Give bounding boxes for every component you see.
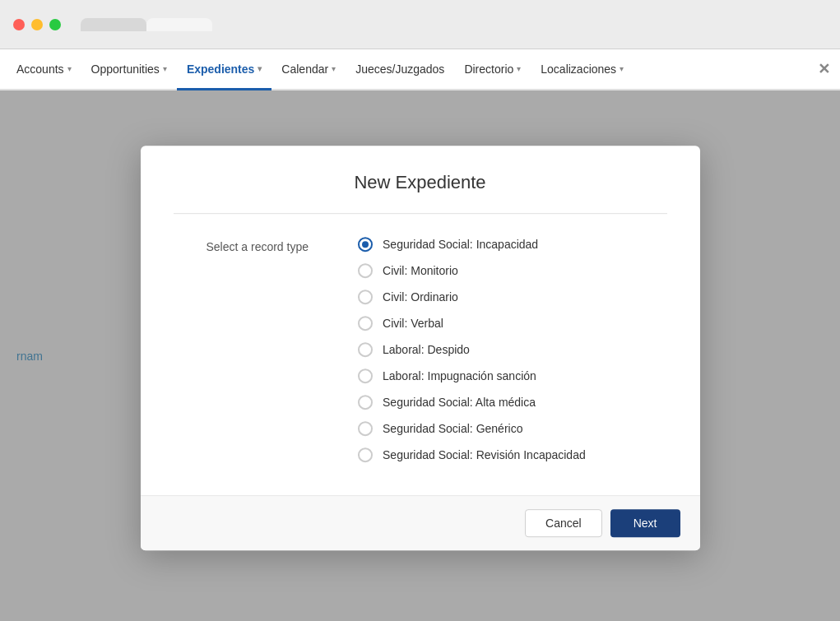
nav-expedientes[interactable]: Expedientes ▾ [177, 49, 271, 90]
radio-button-1[interactable] [358, 263, 373, 278]
record-type-option-0[interactable]: Seguridad Social: Incapacidad [358, 237, 586, 252]
radio-button-0[interactable] [358, 237, 373, 252]
chevron-down-icon: ▾ [67, 64, 72, 73]
nav-jueces[interactable]: Jueces/Juzgados [346, 49, 454, 90]
record-type-label-5: Laboral: Impugnación sanción [383, 369, 536, 382]
chevron-down-icon: ▾ [620, 64, 624, 73]
modal-body: New Expediente Select a record type Segu… [141, 146, 700, 495]
record-type-option-2[interactable]: Civil: Ordinario [358, 290, 586, 304]
radio-button-6[interactable] [358, 395, 373, 410]
record-type-label-0: Seguridad Social: Incapacidad [383, 238, 538, 251]
radio-button-2[interactable] [358, 290, 373, 304]
section-label: Select a record type [207, 237, 309, 253]
record-type-option-4[interactable]: Laboral: Despido [358, 342, 586, 357]
radio-button-3[interactable] [358, 316, 373, 331]
browser-tabs [81, 18, 212, 31]
browser-tab-2[interactable] [146, 18, 212, 31]
record-type-option-1[interactable]: Civil: Monitorio [358, 263, 586, 278]
traffic-lights [13, 19, 61, 30]
new-expediente-modal: New Expediente Select a record type Segu… [141, 146, 700, 550]
record-type-label-3: Civil: Verbal [383, 317, 443, 330]
close-traffic-light[interactable] [13, 19, 25, 30]
record-type-option-6[interactable]: Seguridad Social: Alta médica [358, 395, 586, 410]
page-background: rnam New Expediente Select a record type… [0, 90, 840, 621]
browser-tab-1[interactable] [81, 18, 146, 31]
record-type-label-1: Civil: Monitorio [383, 264, 458, 277]
record-type-list: Seguridad Social: Incapacidad Civil: Mon… [358, 237, 586, 462]
record-type-label-8: Seguridad Social: Revisión Incapacidad [383, 448, 586, 461]
nav-directorio[interactable]: Directorio ▾ [454, 49, 531, 90]
radio-button-7[interactable] [358, 421, 373, 436]
record-type-label-7: Seguridad Social: Genérico [383, 422, 522, 435]
nav-opportunities[interactable]: Opportunities ▾ [81, 49, 177, 90]
nav-localizaciones[interactable]: Localizaciones ▾ [531, 49, 633, 90]
chevron-down-icon: ▾ [258, 64, 262, 73]
record-type-label-2: Civil: Ordinario [383, 290, 458, 304]
record-type-label-6: Seguridad Social: Alta médica [383, 396, 536, 409]
close-icon[interactable]: ✕ [818, 60, 830, 78]
record-type-option-7[interactable]: Seguridad Social: Genérico [358, 421, 586, 436]
nav-accounts[interactable]: Accounts ▾ [7, 49, 81, 90]
radio-button-8[interactable] [358, 447, 373, 462]
record-type-option-8[interactable]: Seguridad Social: Revisión Incapacidad [358, 447, 586, 462]
minimize-traffic-light[interactable] [31, 19, 43, 30]
record-type-option-5[interactable]: Laboral: Impugnación sanción [358, 368, 586, 383]
modal-title: New Expediente [174, 172, 667, 193]
chevron-down-icon: ▾ [332, 64, 336, 73]
chevron-down-icon: ▾ [163, 64, 167, 73]
modal-divider [174, 213, 667, 214]
modal-footer: Cancel Next [141, 495, 700, 550]
app-nav: Accounts ▾ Opportunities ▾ Expedientes ▾… [0, 49, 840, 90]
next-button[interactable]: Next [610, 509, 680, 537]
record-type-label-4: Laboral: Despido [383, 343, 470, 356]
browser-chrome [0, 0, 840, 49]
radio-button-4[interactable] [358, 342, 373, 357]
radio-button-5[interactable] [358, 368, 373, 383]
record-type-section: Select a record type Seguridad Social: I… [174, 237, 667, 462]
record-type-option-3[interactable]: Civil: Verbal [358, 316, 586, 331]
nav-calendar[interactable]: Calendar ▾ [271, 49, 346, 90]
maximize-traffic-light[interactable] [49, 19, 61, 30]
cancel-button[interactable]: Cancel [525, 509, 602, 537]
chevron-down-icon: ▾ [517, 64, 521, 73]
